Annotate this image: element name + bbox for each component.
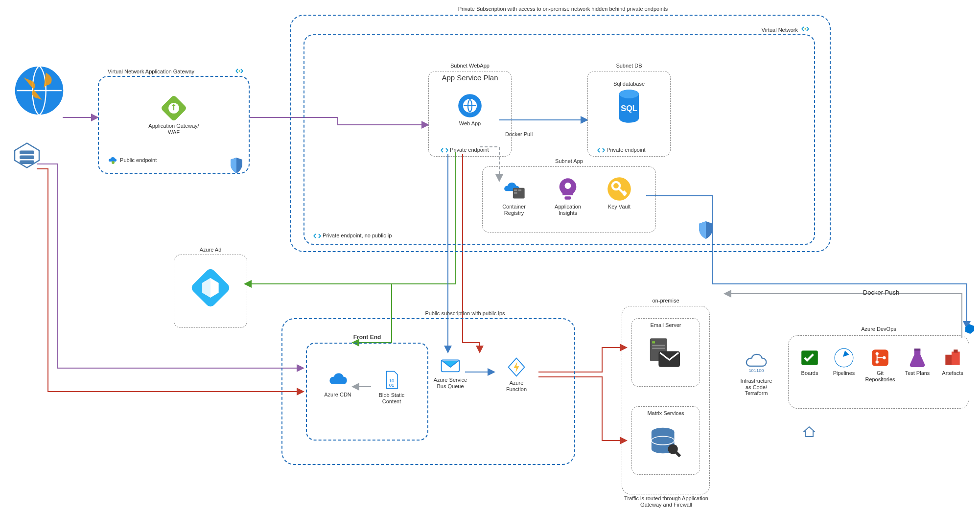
subnet-webapp-label: Subnet WebApp [428,63,512,69]
test-plans-label: Test Plans [901,370,934,376]
azure-function-label: AzureFunction [494,380,538,392]
artefacts-label: Artefacts [937,370,968,376]
svg-rect-28 [652,348,665,349]
house-icon [803,426,816,439]
subnet-app-label: Subnet App [482,158,656,164]
azure-ad-node [188,268,233,308]
boards-icon [799,348,820,368]
subnet-db-label: Subnet DB [587,63,671,69]
svg-rect-18 [20,151,34,155]
svg-text:01: 01 [389,382,395,388]
sql-private-endpoint: Private endpoint [597,147,671,153]
private-subscription-label: Private Subscription with access to on-p… [426,6,700,12]
app-gateway-icon [161,95,187,121]
vnet-appgw-icon [235,68,244,75]
key-vault-label: Key Vault [597,204,641,210]
iac-node: 101100 Infrastructureas Code/Terraform [729,352,783,396]
svg-text:101100: 101100 [748,368,764,373]
svg-text:SQL: SQL [621,104,637,113]
test-plans-node: Test Plans [901,348,934,376]
front-end-label: Front End [306,334,428,341]
azure-cdn-node: Azure CDN [316,372,360,398]
boards-label: Boards [794,370,825,376]
svg-rect-40 [914,349,921,350]
vnet-icon [801,25,810,33]
artefacts-node: Artefacts [937,348,968,376]
container-registry-label: ContainerRegistry [490,204,538,216]
app-gateway-label: Application Gateway/WAF [137,123,210,135]
svg-rect-6 [514,189,517,191]
azure-function-node: AzureFunction [494,356,538,392]
on-premise-label: on-premise [622,298,710,304]
svg-rect-26 [652,341,655,343]
matrix-services-icon [649,425,683,460]
cloud-code-icon: 101100 [743,352,770,376]
svg-rect-43 [954,349,957,352]
service-bus-node: Azure ServiceBus Queue [426,357,475,389]
svg-rect-9 [565,196,571,200]
matrix-services-label: Matrix Services [631,410,700,417]
svg-point-35 [835,349,853,367]
git-icon [870,348,890,368]
blob-static-node: 1001 Blob StaticContent [370,370,414,404]
iac-label: Infrastructureas Code/Terraform [729,378,783,396]
container-registry-icon [501,176,527,202]
svg-rect-27 [652,345,665,346]
devops-logo-icon [964,323,975,335]
private-endpoint-no-ip: Private endpoint, no public ip [313,233,421,239]
svg-rect-19 [20,156,34,160]
function-icon [506,356,527,378]
azure-ad-label: Azure Ad [174,247,247,253]
svg-point-13 [239,70,240,72]
sql-database-label: Sql database [607,81,651,87]
svg-rect-8 [514,192,517,194]
email-server-icon [647,337,681,370]
boards-node: Boards [794,348,825,376]
sql-icon: SQL [614,89,644,123]
sql-database-node: Sql database SQL [607,81,651,125]
traffic-note: Traffic is routed through Application Ga… [615,495,718,508]
web-app-node: Web App [444,93,495,127]
container-registry-node: ContainerRegistry [490,176,538,216]
svg-rect-20 [20,161,34,164]
diagram-canvas: Private Subscription with access to on-p… [0,0,980,512]
svg-point-0 [805,28,806,30]
azure-cdn-label: Azure CDN [316,392,360,398]
pipelines-icon [834,348,854,368]
azure-ad-icon [191,268,230,307]
app-gateway-node: Application Gateway/WAF [137,95,210,135]
docker-push-label: Docker Push [852,289,910,297]
cdn-icon [327,372,349,390]
key-vault-node: Key Vault [597,176,641,210]
svg-point-38 [876,360,879,363]
vnet-app-gateway-label: Virtual Network Application Gateway [108,69,235,75]
pipelines-node: Pipelines [828,348,860,376]
app-insights-icon [555,176,581,202]
git-repos-label: GitRepositories [863,370,898,382]
public-endpoint-label: Public endpoint [108,157,186,164]
svg-point-39 [883,356,886,359]
shield-icon-2 [229,157,244,175]
svg-rect-42 [952,351,960,365]
test-plans-icon [907,348,928,368]
svg-rect-7 [518,189,522,191]
key-vault-icon [607,176,632,202]
svg-point-37 [876,352,879,355]
blob-icon: 1001 [381,370,402,390]
internet-globe [10,64,69,118]
svg-point-16 [112,161,115,164]
svg-point-10 [565,183,571,189]
artefacts-icon [942,348,963,368]
shield-icon [698,220,714,241]
web-app-icon [457,93,483,118]
blob-static-label: Blob StaticContent [370,392,414,404]
globe-icon [12,64,66,117]
git-repos-node: GitRepositories [863,348,898,382]
webapp-private-endpoint: Private endpoint [441,147,509,153]
service-bus-label: Azure ServiceBus Queue [426,377,475,389]
app-insights-label: ApplicationInsights [546,204,590,216]
docker-pull-label: Docker Pull [499,131,538,138]
azure-devops-label: Azure DevOps [788,326,969,332]
app-service-plan-label: App Service Plan [428,73,512,82]
app-insights-node: ApplicationInsights [546,176,590,216]
